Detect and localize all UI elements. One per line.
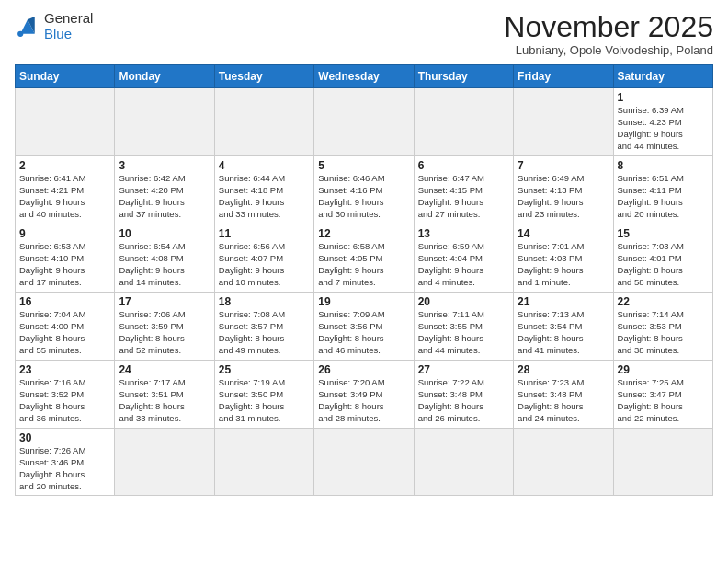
day-number: 8	[618, 159, 709, 172]
day-number: 19	[318, 295, 409, 308]
month-title: November 2025	[504, 11, 713, 43]
day-number: 18	[219, 295, 310, 308]
day-number: 16	[19, 295, 110, 308]
day-info: Sunrise: 6:54 AM Sunset: 4:08 PM Dayligh…	[119, 241, 210, 288]
day-number: 9	[19, 227, 110, 240]
calendar-cell: 29Sunrise: 7:25 AM Sunset: 3:47 PM Dayli…	[613, 361, 712, 429]
calendar-cell: 11Sunrise: 6:56 AM Sunset: 4:07 PM Dayli…	[214, 224, 313, 293]
day-info: Sunrise: 7:08 AM Sunset: 3:57 PM Dayligh…	[219, 309, 310, 356]
day-info: Sunrise: 7:03 AM Sunset: 4:01 PM Dayligh…	[618, 241, 709, 288]
calendar-cell: 17Sunrise: 7:06 AM Sunset: 3:59 PM Dayli…	[115, 293, 214, 361]
page: General Blue November 2025 Lubniany, Opo…	[0, 0, 728, 503]
calendar-cell: 25Sunrise: 7:19 AM Sunset: 3:50 PM Dayli…	[214, 361, 313, 429]
calendar-cell: 30Sunrise: 7:26 AM Sunset: 3:46 PM Dayli…	[16, 429, 115, 496]
col-saturday: Saturday	[613, 65, 712, 88]
calendar-cell: 13Sunrise: 6:59 AM Sunset: 4:04 PM Dayli…	[414, 224, 513, 293]
day-info: Sunrise: 6:56 AM Sunset: 4:07 PM Dayligh…	[219, 241, 310, 288]
logo: General Blue	[15, 11, 93, 41]
day-info: Sunrise: 6:42 AM Sunset: 4:20 PM Dayligh…	[119, 173, 210, 220]
day-number: 15	[618, 227, 709, 240]
day-number: 13	[418, 227, 509, 240]
col-monday: Monday	[115, 65, 214, 88]
calendar-cell	[115, 429, 214, 496]
day-info: Sunrise: 6:59 AM Sunset: 4:04 PM Dayligh…	[418, 241, 509, 288]
calendar-cell: 15Sunrise: 7:03 AM Sunset: 4:01 PM Dayli…	[613, 224, 712, 293]
col-friday: Friday	[514, 65, 613, 88]
calendar-cell	[514, 429, 613, 496]
calendar-cell	[314, 429, 414, 496]
calendar-cell	[214, 429, 313, 496]
col-sunday: Sunday	[16, 65, 115, 88]
col-tuesday: Tuesday	[214, 65, 313, 88]
day-number: 7	[518, 159, 609, 172]
calendar-cell: 23Sunrise: 7:16 AM Sunset: 3:52 PM Dayli…	[16, 361, 115, 429]
day-info: Sunrise: 7:09 AM Sunset: 3:56 PM Dayligh…	[318, 309, 409, 356]
day-number: 28	[518, 363, 609, 376]
day-info: Sunrise: 7:04 AM Sunset: 4:00 PM Dayligh…	[19, 309, 110, 356]
calendar-cell	[414, 88, 513, 156]
calendar-cell	[613, 429, 712, 496]
calendar-cell: 7Sunrise: 6:49 AM Sunset: 4:13 PM Daylig…	[514, 156, 613, 224]
calendar-cell	[115, 88, 214, 156]
calendar-cell: 27Sunrise: 7:22 AM Sunset: 3:48 PM Dayli…	[414, 361, 513, 429]
col-thursday: Thursday	[414, 65, 513, 88]
logo-text: General Blue	[44, 11, 93, 41]
day-number: 30	[19, 431, 110, 444]
calendar-cell: 16Sunrise: 7:04 AM Sunset: 4:00 PM Dayli…	[16, 293, 115, 361]
day-info: Sunrise: 6:51 AM Sunset: 4:11 PM Dayligh…	[618, 173, 709, 220]
day-info: Sunrise: 7:22 AM Sunset: 3:48 PM Dayligh…	[418, 377, 509, 424]
calendar-cell: 3Sunrise: 6:42 AM Sunset: 4:20 PM Daylig…	[115, 156, 214, 224]
calendar-cell: 22Sunrise: 7:14 AM Sunset: 3:53 PM Dayli…	[613, 293, 712, 361]
calendar-cell	[16, 88, 115, 156]
day-number: 2	[19, 159, 110, 172]
calendar-cell: 12Sunrise: 6:58 AM Sunset: 4:05 PM Dayli…	[314, 224, 414, 293]
calendar-cell: 14Sunrise: 7:01 AM Sunset: 4:03 PM Dayli…	[514, 224, 613, 293]
day-number: 4	[219, 159, 310, 172]
day-number: 20	[418, 295, 509, 308]
calendar-cell: 24Sunrise: 7:17 AM Sunset: 3:51 PM Dayli…	[115, 361, 214, 429]
day-number: 23	[19, 363, 110, 376]
day-number: 10	[119, 227, 210, 240]
day-info: Sunrise: 6:47 AM Sunset: 4:15 PM Dayligh…	[418, 173, 509, 220]
calendar-cell: 26Sunrise: 7:20 AM Sunset: 3:49 PM Dayli…	[314, 361, 414, 429]
calendar-cell	[514, 88, 613, 156]
location: Lubniany, Opole Voivodeship, Poland	[504, 43, 713, 57]
day-info: Sunrise: 6:46 AM Sunset: 4:16 PM Dayligh…	[318, 173, 409, 220]
calendar-cell: 18Sunrise: 7:08 AM Sunset: 3:57 PM Dayli…	[214, 293, 313, 361]
day-number: 14	[518, 227, 609, 240]
day-number: 21	[518, 295, 609, 308]
generalblue-logo-icon	[15, 14, 40, 40]
calendar-cell: 5Sunrise: 6:46 AM Sunset: 4:16 PM Daylig…	[314, 156, 414, 224]
calendar-cell: 1Sunrise: 6:39 AM Sunset: 4:23 PM Daylig…	[613, 88, 712, 156]
day-info: Sunrise: 7:16 AM Sunset: 3:52 PM Dayligh…	[19, 377, 110, 424]
day-info: Sunrise: 7:11 AM Sunset: 3:55 PM Dayligh…	[418, 309, 509, 356]
calendar-cell: 9Sunrise: 6:53 AM Sunset: 4:10 PM Daylig…	[16, 224, 115, 293]
calendar-table: Sunday Monday Tuesday Wednesday Thursday…	[15, 64, 713, 496]
day-info: Sunrise: 6:44 AM Sunset: 4:18 PM Dayligh…	[219, 173, 310, 220]
day-info: Sunrise: 7:13 AM Sunset: 3:54 PM Dayligh…	[518, 309, 609, 356]
day-info: Sunrise: 6:49 AM Sunset: 4:13 PM Dayligh…	[518, 173, 609, 220]
col-wednesday: Wednesday	[314, 65, 414, 88]
day-info: Sunrise: 7:26 AM Sunset: 3:46 PM Dayligh…	[19, 445, 110, 492]
day-number: 3	[119, 159, 210, 172]
calendar-cell	[314, 88, 414, 156]
day-number: 26	[318, 363, 409, 376]
calendar-cell: 28Sunrise: 7:23 AM Sunset: 3:48 PM Dayli…	[514, 361, 613, 429]
day-number: 24	[119, 363, 210, 376]
calendar-cell: 10Sunrise: 6:54 AM Sunset: 4:08 PM Dayli…	[115, 224, 214, 293]
day-number: 22	[618, 295, 709, 308]
day-info: Sunrise: 6:58 AM Sunset: 4:05 PM Dayligh…	[318, 241, 409, 288]
day-number: 17	[119, 295, 210, 308]
calendar-cell	[214, 88, 313, 156]
day-number: 6	[418, 159, 509, 172]
calendar-cell: 20Sunrise: 7:11 AM Sunset: 3:55 PM Dayli…	[414, 293, 513, 361]
calendar-cell: 4Sunrise: 6:44 AM Sunset: 4:18 PM Daylig…	[214, 156, 313, 224]
calendar-cell	[414, 429, 513, 496]
day-info: Sunrise: 7:06 AM Sunset: 3:59 PM Dayligh…	[119, 309, 210, 356]
day-number: 25	[219, 363, 310, 376]
day-info: Sunrise: 6:53 AM Sunset: 4:10 PM Dayligh…	[19, 241, 110, 288]
calendar-cell: 2Sunrise: 6:41 AM Sunset: 4:21 PM Daylig…	[16, 156, 115, 224]
calendar-cell: 21Sunrise: 7:13 AM Sunset: 3:54 PM Dayli…	[514, 293, 613, 361]
day-info: Sunrise: 7:01 AM Sunset: 4:03 PM Dayligh…	[518, 241, 609, 288]
day-number: 1	[618, 91, 709, 104]
